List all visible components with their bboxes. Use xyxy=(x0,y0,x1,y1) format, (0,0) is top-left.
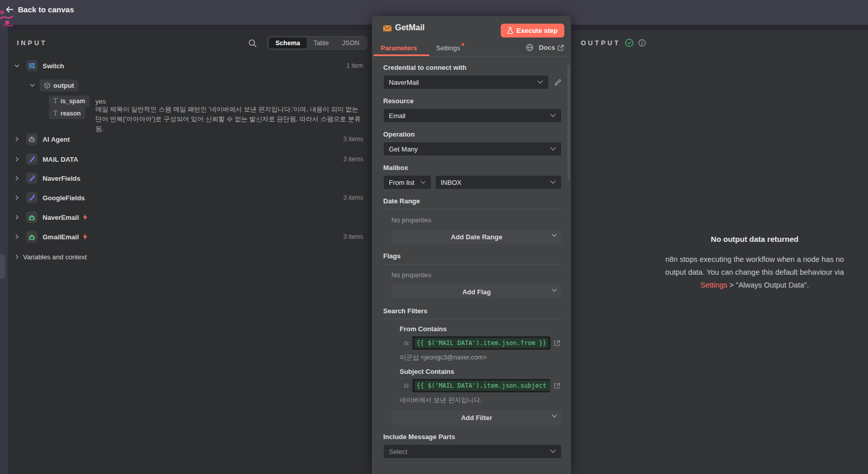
chevron-right-icon[interactable] xyxy=(13,175,21,182)
tab-schema[interactable]: Schema xyxy=(269,37,307,48)
resource-value: Email xyxy=(389,112,406,120)
subject-contains-field: fx {{ $('MAIL DATA').item.json.subject }… xyxy=(400,379,562,392)
chevron-right-icon[interactable] xyxy=(13,214,21,221)
subject-contains-label: Subject Contains xyxy=(400,368,562,375)
fx-icon: fx xyxy=(400,379,412,392)
settings-modified-dot xyxy=(462,43,464,46)
canvas-edge-strip xyxy=(0,25,8,474)
lightning-icon xyxy=(83,233,88,240)
flask-icon xyxy=(507,27,513,34)
flags-section-label: Flags xyxy=(383,252,562,260)
chevron-right-icon[interactable] xyxy=(13,253,21,260)
fx-icon: fx xyxy=(400,336,412,350)
tree-row-output[interactable]: output xyxy=(8,79,372,91)
back-to-canvas-button[interactable]: Back to canvas xyxy=(6,5,74,14)
mailbox-row: From list INBOX xyxy=(383,175,562,189)
resource-select[interactable]: Email xyxy=(383,108,562,123)
output-branch-pill: output xyxy=(40,80,78,91)
tab-table[interactable]: Table xyxy=(307,37,336,48)
docs-link[interactable]: Docs xyxy=(539,44,564,51)
from-contains-label: From Contains xyxy=(400,325,562,333)
item-count: 3 items xyxy=(343,233,363,240)
field-key: is_spam xyxy=(61,98,85,105)
tree-node-label: NaverEmail xyxy=(43,214,79,221)
input-panel-title: INPUT xyxy=(17,39,47,47)
docs-area: Docs xyxy=(526,44,564,51)
string-type-icon: T xyxy=(53,98,57,105)
chevron-down-icon xyxy=(550,147,556,151)
info-icon[interactable] xyxy=(638,39,646,47)
chevron-right-icon[interactable] xyxy=(13,233,21,240)
tree-node-label: MAIL DATA xyxy=(43,156,78,163)
add-date-range-label: Add Date Range xyxy=(451,233,502,241)
edit-credential-icon[interactable] xyxy=(554,79,562,86)
tree-row-naver-email[interactable]: NaverEmail xyxy=(8,211,372,223)
external-link-icon xyxy=(558,45,564,51)
credential-row: NaverMail xyxy=(383,75,562,89)
credential-select[interactable]: NaverMail xyxy=(383,75,549,89)
tree-node-label: GoogleFields xyxy=(43,194,85,202)
output-panel: OUTPUT No output data returned n8n stops… xyxy=(571,30,868,474)
search-icon xyxy=(248,39,257,48)
tab-json[interactable]: JSON xyxy=(336,37,366,48)
include-message-parts-select[interactable]: Select xyxy=(383,444,562,459)
globe-icon[interactable] xyxy=(526,44,534,51)
tree-row-naver-fields[interactable]: NaverFields xyxy=(8,172,372,184)
field-pill[interactable]: T is_spam xyxy=(49,96,90,107)
chevron-down-icon[interactable] xyxy=(13,62,21,69)
field-pill[interactable]: T reason xyxy=(49,107,85,119)
operation-select[interactable]: Get Many xyxy=(383,142,562,156)
from-contains-expression-input[interactable]: {{ $('MAIL DATA').item.json.from }} xyxy=(412,336,550,350)
tree-row-reason[interactable]: T reason 메일 제목이 일반적인 스팸 메일 패턴인 '네이버에서 보낸… xyxy=(8,107,372,120)
tree-row-switch[interactable]: Switch 1 item xyxy=(8,60,372,72)
execute-step-button[interactable]: Execute step xyxy=(501,24,564,37)
open-expression-editor-button[interactable] xyxy=(554,338,562,348)
tab-parameters[interactable]: Parameters xyxy=(381,44,417,52)
chevron-right-icon[interactable] xyxy=(13,194,21,201)
back-to-canvas-label: Back to canvas xyxy=(18,5,74,14)
chevron-right-icon[interactable] xyxy=(13,156,21,163)
add-flag-button[interactable]: Add Flag xyxy=(391,285,562,299)
tree-node-label: AI Agent xyxy=(43,136,70,143)
chevron-down-icon xyxy=(420,181,426,184)
chevron-right-icon[interactable] xyxy=(13,136,21,143)
branch-label: output xyxy=(53,82,74,89)
tree-row-ai-agent[interactable]: AI Agent 3 items xyxy=(8,133,372,145)
add-date-range-button[interactable]: Add Date Range xyxy=(391,230,562,244)
node-title: GetMail xyxy=(395,23,425,32)
expand-icon xyxy=(554,340,560,347)
parameters-form: Credential to connect with NaverMail Res… xyxy=(372,56,571,474)
chevron-down-icon[interactable] xyxy=(29,82,36,89)
cube-icon xyxy=(44,82,50,89)
tree-row-gmail-email[interactable]: GmailEmail 3 items xyxy=(8,231,372,243)
mailbox-value-select[interactable]: INBOX xyxy=(435,175,562,189)
field-value: 메일 제목이 일반적인 스팸 메일 패턴인 '네이버에서 보낸 편지입니다.'이… xyxy=(95,105,364,134)
tree-node-label: Variables and context xyxy=(23,253,87,261)
chevron-down-icon xyxy=(537,80,543,84)
description-text: > "Always Output Data". xyxy=(727,281,809,289)
field-value: yes xyxy=(95,98,106,105)
tree-row-google-fields[interactable]: GoogleFields 3 items xyxy=(8,192,372,204)
tree-row-variables[interactable]: Variables and context xyxy=(8,251,372,263)
switch-node-icon xyxy=(26,60,37,71)
panel-drag-handle[interactable] xyxy=(0,254,5,279)
envelope-node-icon xyxy=(383,24,392,32)
schema-search-button[interactable] xyxy=(247,37,258,49)
no-properties-text: No properties xyxy=(391,271,562,279)
string-type-icon: T xyxy=(53,110,57,117)
tree-row-mail-data[interactable]: MAIL DATA 3 items xyxy=(8,153,372,165)
open-expression-editor-button[interactable] xyxy=(554,381,562,390)
subject-contains-expression-input[interactable]: {{ $('MAIL DATA').item.json.subject }} xyxy=(412,379,550,392)
docs-label: Docs xyxy=(539,44,555,51)
tree-node-label: Switch xyxy=(43,62,64,70)
settings-link[interactable]: Settings xyxy=(700,281,727,289)
add-filter-button[interactable]: Add Filter xyxy=(391,410,562,425)
tab-settings[interactable]: Settings xyxy=(436,44,460,52)
tree-node-label: GmailEmail xyxy=(43,233,79,241)
mailbox-mode-select[interactable]: From list xyxy=(383,175,431,189)
divider xyxy=(383,319,562,319)
chevron-down-icon xyxy=(550,449,556,453)
flags-section: No properties Add Flag xyxy=(383,271,562,299)
search-filters-section: From Contains fx {{ $('MAIL DATA').item.… xyxy=(383,325,562,425)
from-contains-field: fx {{ $('MAIL DATA').item.json.from }} xyxy=(400,336,562,350)
